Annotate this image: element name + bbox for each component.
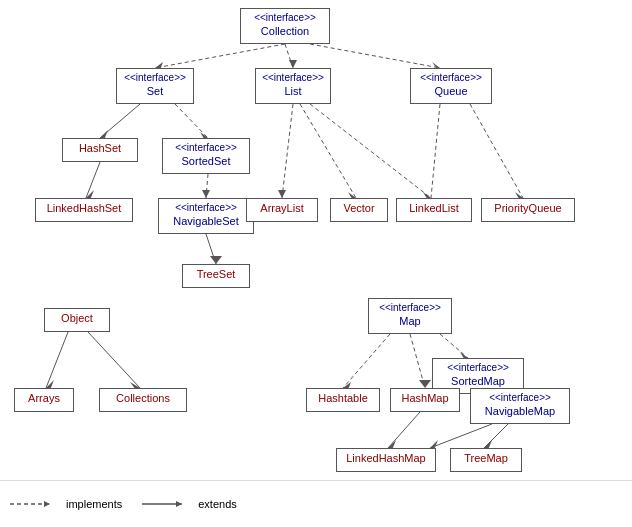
node-object: Object [44,308,110,332]
classname-collections: Collections [106,391,180,405]
extends-label: extends [198,498,237,510]
node-collection: <<interface>> Collection [240,8,330,44]
node-arraylist: ArrayList [246,198,318,222]
svg-marker-13 [202,190,210,198]
svg-line-12 [206,174,208,198]
stereotype-sortedmap: <<interface>> [439,361,517,374]
node-navigablemap: <<interface>> NavigableMap [470,388,570,424]
node-hashset: HashSet [62,138,138,162]
classname-list: List [262,84,324,98]
svg-line-22 [470,104,523,198]
classname-arrays: Arrays [21,391,67,405]
node-linkedhashset: LinkedHashSet [35,198,133,222]
svg-line-29 [440,334,468,358]
node-collections: Collections [99,388,187,412]
svg-line-2 [285,44,293,68]
svg-marker-34 [419,380,431,388]
stereotype-navigablemap: <<interface>> [477,391,563,404]
svg-line-25 [46,332,68,388]
classname-vector: Vector [337,201,381,215]
legend-extends: extends [142,498,237,510]
svg-line-27 [88,332,140,388]
stereotype-collection: <<interface>> [247,11,323,24]
node-queue: <<interface>> Queue [410,68,492,104]
svg-line-8 [86,162,100,198]
svg-line-41 [430,424,492,448]
legend: implements extends [0,480,632,527]
extends-line-icon [142,498,192,510]
node-hashmap: HashMap [390,388,460,412]
classname-collection: Collection [247,24,323,38]
classname-object: Object [51,311,103,325]
implements-label: implements [66,498,122,510]
classname-navigableset: NavigableSet [165,214,247,228]
node-linkedlist: LinkedList [396,198,472,222]
node-linkedhashmap: LinkedHashMap [336,448,436,472]
classname-priorityqueue: PriorityQueue [488,201,568,215]
svg-line-37 [388,412,420,448]
svg-marker-15 [210,256,222,264]
classname-treemap: TreeMap [457,451,515,465]
node-sortedset: <<interface>> SortedSet [162,138,250,174]
svg-line-6 [100,104,140,138]
classname-sortedset: SortedSet [169,154,243,168]
svg-line-4 [310,44,440,68]
svg-line-39 [484,424,508,448]
svg-line-31 [343,334,390,388]
classname-set: Set [123,84,187,98]
classname-queue: Queue [417,84,485,98]
classname-linkedhashset: LinkedHashSet [42,201,126,215]
svg-marker-44 [44,501,50,507]
svg-line-14 [206,234,216,264]
stereotype-list: <<interface>> [262,71,324,84]
classname-arraylist: ArrayList [253,201,311,215]
node-priorityqueue: PriorityQueue [481,198,575,222]
classname-hashset: HashSet [69,141,131,155]
node-map: <<interface>> Map [368,298,452,334]
svg-marker-3 [289,60,297,68]
node-treeset: TreeSet [182,264,250,288]
classname-sortedmap: SortedMap [439,374,517,388]
svg-line-33 [410,334,425,388]
stereotype-set: <<interface>> [123,71,187,84]
svg-line-10 [175,104,208,138]
svg-line-24 [431,104,440,198]
classname-linkedhashmap: LinkedHashMap [343,451,429,465]
svg-marker-17 [278,190,286,198]
stereotype-map: <<interface>> [375,301,445,314]
node-hashtable: Hashtable [306,388,380,412]
svg-line-18 [300,104,356,198]
svg-line-20 [310,104,431,198]
classname-hashmap: HashMap [397,391,453,405]
node-vector: Vector [330,198,388,222]
legend-implements: implements [10,498,122,510]
implements-line-icon [10,498,60,510]
node-arrays: Arrays [14,388,74,412]
classname-map: Map [375,314,445,328]
svg-line-0 [155,44,285,68]
classname-linkedlist: LinkedList [403,201,465,215]
node-navigableset: <<interface>> NavigableSet [158,198,254,234]
node-list: <<interface>> List [255,68,331,104]
svg-line-16 [282,104,293,198]
classname-hashtable: Hashtable [313,391,373,405]
stereotype-queue: <<interface>> [417,71,485,84]
classname-treeset: TreeSet [189,267,243,281]
node-treemap: TreeMap [450,448,522,472]
node-set: <<interface>> Set [116,68,194,104]
svg-marker-46 [176,501,182,507]
stereotype-navigableset: <<interface>> [165,201,247,214]
stereotype-sortedset: <<interface>> [169,141,243,154]
classname-navigablemap: NavigableMap [477,404,563,418]
diagram-container: <<interface>> Collection <<interface>> S… [0,0,632,480]
